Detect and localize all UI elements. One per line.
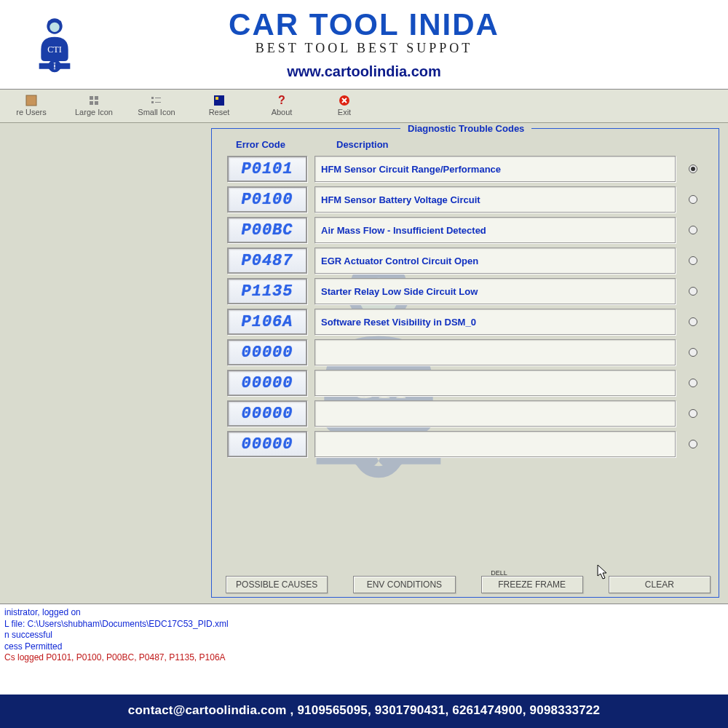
log-area: inistrator, logged on L file: C:\Users\s… xyxy=(0,604,728,681)
error-code-display: 00000 xyxy=(227,431,307,457)
error-description: Air Mass Flow - Insufficient Detected xyxy=(314,217,676,243)
svg-rect-7 xyxy=(95,96,98,100)
dtc-rows: P0101HFM Sensor Circuit Range/Performanc… xyxy=(211,156,719,457)
select-row-radio[interactable] xyxy=(689,195,697,204)
footer-spacer xyxy=(0,681,728,695)
select-row-radio[interactable] xyxy=(689,287,697,296)
select-row-radio[interactable] xyxy=(689,317,697,326)
row-radio-col xyxy=(683,156,703,182)
select-row-radio[interactable] xyxy=(689,348,697,357)
tab-possible-causes[interactable]: POSSIBLE CAUSES xyxy=(226,576,328,593)
tab-freeze-frame[interactable]: DELL FREEZE FRAME xyxy=(481,576,583,593)
error-code-display: P00BC xyxy=(227,217,307,243)
large-icon-icon xyxy=(87,94,100,107)
error-description xyxy=(314,339,676,365)
brand-title: CAR TOOL INIDA xyxy=(109,7,619,42)
toolbar-re-users[interactable]: re Users xyxy=(0,92,63,118)
row-radio-col xyxy=(683,278,703,304)
users-icon xyxy=(25,94,38,107)
svg-point-2 xyxy=(50,23,59,32)
error-description: EGR Actuator Control Circuit Open xyxy=(314,248,676,274)
brand-tagline: BEST TOOL BEST SUPPOT xyxy=(109,41,619,56)
row-radio-col xyxy=(683,400,703,427)
toolbar-large-icon[interactable]: Large Icon xyxy=(63,92,125,118)
error-code-display: P1135 xyxy=(227,278,307,304)
toolbar-exit[interactable]: Exit xyxy=(313,92,376,118)
row-radio-col xyxy=(683,186,703,213)
toolbar-reset[interactable]: Reset xyxy=(188,92,250,118)
log-line-1: inistrator, logged on xyxy=(4,607,724,619)
select-row-radio[interactable] xyxy=(689,165,697,173)
svg-rect-10 xyxy=(151,97,154,99)
toolbar-label: Small Icon xyxy=(138,108,175,116)
select-row-radio[interactable] xyxy=(689,409,697,418)
error-description xyxy=(314,400,676,427)
toolbar: re Users Large Icon Small Icon Reset ? A… xyxy=(0,90,728,123)
log-line-4: cess Permitted xyxy=(4,641,724,653)
svg-rect-12 xyxy=(151,101,154,103)
exit-icon xyxy=(338,94,351,107)
dtc-row: P0101HFM Sensor Circuit Range/Performanc… xyxy=(227,156,703,182)
svg-rect-15 xyxy=(215,97,218,100)
toolbar-about[interactable]: ? About xyxy=(250,92,313,118)
freeze-frame-hint: DELL xyxy=(491,569,507,577)
error-code-display: P0487 xyxy=(227,248,307,274)
tab-label: FREEZE FRAME xyxy=(498,579,566,590)
dtc-row: 00000 xyxy=(227,339,703,365)
error-code-display: 00000 xyxy=(227,370,307,396)
row-radio-col xyxy=(683,339,703,365)
log-line-5: Cs logged P0101, P0100, P00BC, P0487, P1… xyxy=(4,652,724,664)
row-radio-col xyxy=(683,370,703,396)
reset-icon xyxy=(213,94,226,107)
error-code-display: 00000 xyxy=(227,339,307,365)
error-description xyxy=(314,370,676,396)
select-row-radio[interactable] xyxy=(689,226,697,234)
dtc-row: P0487EGR Actuator Control Circuit Open xyxy=(227,248,703,274)
logo: CTI xyxy=(15,15,95,73)
select-row-radio[interactable] xyxy=(689,256,697,265)
dtc-row: P1135Starter Relay Low Side Circuit Low xyxy=(227,278,703,304)
dtc-row: P106ASoftware Reset Visibility in DSM_0 xyxy=(227,309,703,335)
toolbar-label: Large Icon xyxy=(75,108,113,116)
mechanic-logo-icon: CTI xyxy=(25,15,84,73)
dtc-row: 00000 xyxy=(227,400,703,427)
svg-text:?: ? xyxy=(278,94,285,106)
error-description: HFM Sensor Battery Voltage Circuit xyxy=(314,186,676,213)
error-description: Software Reset Visibility in DSM_0 xyxy=(314,309,676,335)
select-row-radio[interactable] xyxy=(689,379,697,387)
brand-block: CAR TOOL INIDA BEST TOOL BEST SUPPOT www… xyxy=(109,7,619,80)
error-code-display: P0100 xyxy=(227,186,307,213)
svg-point-4 xyxy=(50,61,59,71)
footer-contact: contact@cartoolindia.com , 9109565095, 9… xyxy=(0,695,728,728)
select-row-radio[interactable] xyxy=(689,440,697,448)
error-code-display: P106A xyxy=(227,309,307,335)
svg-rect-9 xyxy=(95,101,98,105)
svg-rect-13 xyxy=(155,102,161,103)
dtc-row: 00000 xyxy=(227,370,703,396)
dtc-row: P0100HFM Sensor Battery Voltage Circuit xyxy=(227,186,703,213)
error-code-display: P0101 xyxy=(227,156,307,182)
row-radio-col xyxy=(683,248,703,274)
error-description: HFM Sensor Circuit Range/Performance xyxy=(314,156,676,182)
row-radio-col xyxy=(683,217,703,243)
toolbar-small-icon[interactable]: Small Icon xyxy=(125,92,188,118)
tab-env-conditions[interactable]: ENV CONDITIONS xyxy=(353,576,455,593)
page-header: CTI CAR TOOL INIDA BEST TOOL BEST SUPPOT… xyxy=(0,0,728,89)
dtc-panel: Diagnostic Trouble Codes Error Code Desc… xyxy=(211,129,719,598)
dtc-tab-row: POSSIBLE CAUSES ENV CONDITIONS DELL FREE… xyxy=(226,576,711,593)
brand-url: www.cartoolindia.com xyxy=(109,63,619,80)
row-radio-col xyxy=(683,431,703,457)
svg-rect-6 xyxy=(90,96,93,100)
row-radio-col xyxy=(683,309,703,335)
svg-text:CTI: CTI xyxy=(47,44,61,55)
question-icon: ? xyxy=(275,94,288,107)
error-code-display: 00000 xyxy=(227,400,307,427)
small-icon-icon xyxy=(150,94,163,107)
app-window: re Users Large Icon Small Icon Reset ? A… xyxy=(0,89,728,681)
tab-clear[interactable]: CLEAR xyxy=(609,576,711,593)
log-line-2: L file: C:\Users\shubham\Documents\EDC17… xyxy=(4,619,724,630)
dtc-row: 00000 xyxy=(227,431,703,457)
error-description: Starter Relay Low Side Circuit Low xyxy=(314,278,676,304)
toolbar-label: About xyxy=(272,108,293,116)
log-line-3: n successful xyxy=(4,630,724,641)
